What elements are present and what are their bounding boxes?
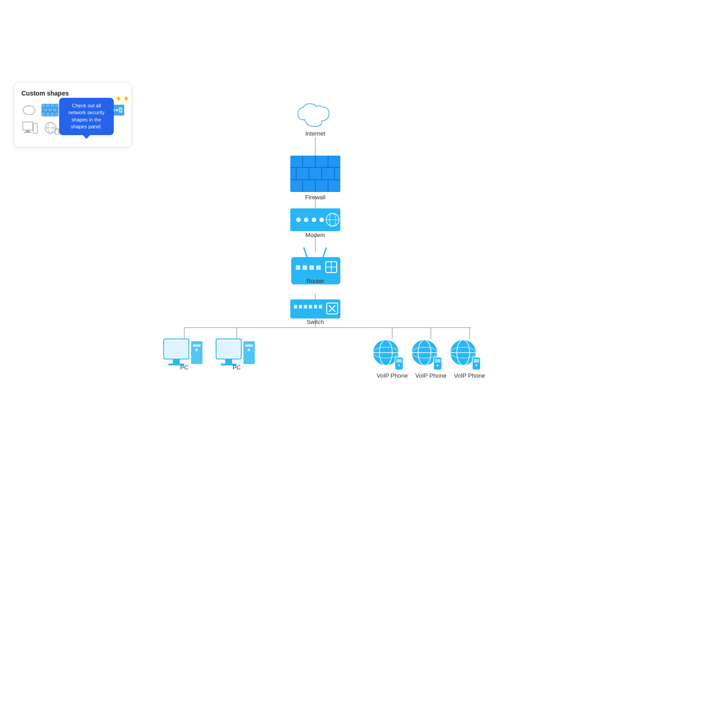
svg-rect-82 bbox=[294, 305, 297, 308]
svg-rect-75 bbox=[303, 265, 307, 270]
firewall-node bbox=[290, 156, 340, 192]
svg-rect-99 bbox=[217, 340, 240, 358]
svg-rect-87 bbox=[319, 305, 322, 308]
tooltip-bubble: Check out all network security shapes in… bbox=[59, 98, 114, 135]
svg-rect-76 bbox=[309, 265, 314, 270]
svg-rect-93 bbox=[173, 359, 180, 364]
svg-rect-77 bbox=[316, 265, 321, 270]
svg-rect-84 bbox=[304, 305, 307, 308]
voip3-node bbox=[450, 340, 480, 370]
firewall-label: Firewall bbox=[305, 194, 326, 201]
svg-line-71 bbox=[304, 248, 307, 257]
svg-rect-92 bbox=[165, 340, 187, 358]
svg-point-66 bbox=[312, 217, 316, 222]
svg-rect-100 bbox=[225, 359, 232, 364]
svg-rect-96 bbox=[193, 344, 201, 347]
voip3-label: VoIP Phone bbox=[454, 372, 485, 379]
svg-point-67 bbox=[319, 217, 324, 222]
pc1-node bbox=[164, 339, 202, 365]
switch-label: Switch bbox=[307, 318, 324, 325]
router-label: Router bbox=[306, 278, 324, 284]
svg-rect-110 bbox=[396, 359, 402, 363]
svg-point-65 bbox=[304, 217, 308, 222]
svg-rect-74 bbox=[296, 265, 300, 270]
svg-rect-86 bbox=[314, 305, 317, 308]
voip2-node bbox=[412, 340, 442, 370]
svg-point-118 bbox=[437, 364, 439, 366]
switch-node bbox=[290, 299, 340, 318]
voip1-node bbox=[373, 340, 403, 370]
pc1-label: PC bbox=[180, 364, 188, 371]
svg-point-125 bbox=[475, 364, 477, 366]
svg-rect-85 bbox=[309, 305, 312, 308]
svg-rect-83 bbox=[299, 305, 302, 308]
svg-point-97 bbox=[195, 349, 198, 351]
svg-point-104 bbox=[248, 349, 250, 351]
sparkle-icon: ✦✦ bbox=[115, 93, 130, 104]
svg-rect-103 bbox=[245, 344, 253, 347]
pc2-label: PC bbox=[233, 364, 241, 371]
svg-point-111 bbox=[398, 364, 400, 366]
svg-line-72 bbox=[323, 248, 326, 257]
svg-rect-117 bbox=[435, 359, 440, 363]
voip1-label: VoIP Phone bbox=[377, 372, 408, 379]
pc2-node bbox=[216, 339, 255, 365]
modem-node bbox=[290, 208, 340, 231]
svg-point-64 bbox=[296, 217, 301, 222]
svg-rect-124 bbox=[474, 359, 479, 363]
modem-label: Modem bbox=[305, 232, 325, 238]
internet-node bbox=[298, 104, 329, 126]
voip2-label: VoIP Phone bbox=[415, 372, 446, 379]
internet-label: Internet bbox=[305, 130, 325, 137]
